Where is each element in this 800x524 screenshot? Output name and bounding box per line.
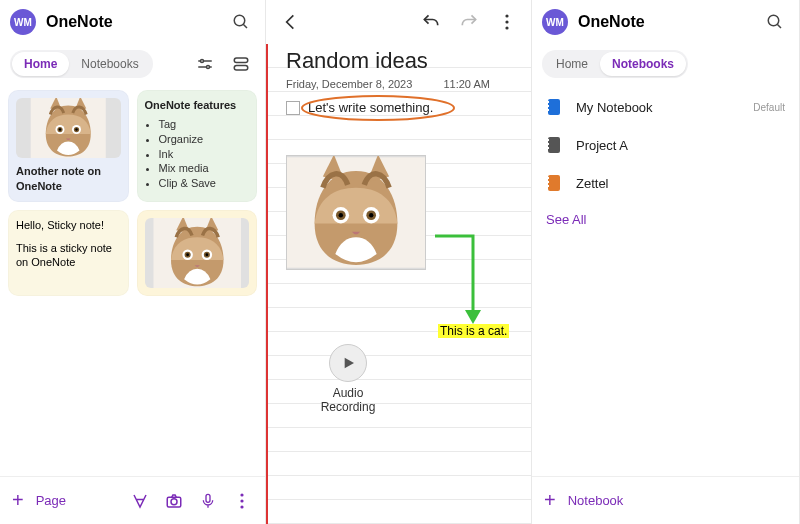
sticky-note-card[interactable]: Hello, Sticky note! This is a sticky not… — [8, 210, 129, 296]
note-image[interactable] — [286, 155, 426, 270]
tab-home[interactable]: Home — [544, 52, 600, 76]
mic-icon[interactable] — [197, 492, 219, 510]
svg-point-26 — [505, 20, 508, 23]
default-badge: Default — [753, 102, 785, 113]
plus-icon[interactable]: + — [12, 489, 24, 512]
notebook-name: Zettel — [576, 176, 609, 191]
redo-icon[interactable] — [455, 8, 483, 36]
notebook-name: Project A — [576, 138, 628, 153]
tab-notebooks[interactable]: Notebooks — [69, 52, 150, 76]
svg-point-22 — [240, 493, 243, 496]
notebook-icon — [546, 98, 564, 116]
svg-line-12 — [243, 24, 247, 28]
svg-point-29 — [768, 15, 779, 26]
notebook-item[interactable]: My Notebook Default — [532, 88, 799, 126]
see-all-link[interactable]: See All — [532, 202, 799, 237]
note-thumbnail — [145, 218, 250, 288]
search-icon[interactable] — [761, 8, 789, 36]
list-item: Clip & Save — [159, 176, 250, 191]
header: WM OneNote — [532, 0, 799, 44]
note-title: OneNote features — [145, 98, 250, 113]
more-icon[interactable] — [231, 493, 253, 509]
list-item: Organize — [159, 132, 250, 147]
back-icon[interactable] — [276, 8, 304, 36]
svg-rect-21 — [206, 494, 210, 502]
svg-point-20 — [171, 498, 177, 504]
svg-point-27 — [505, 26, 508, 29]
notebook-name: My Notebook — [576, 100, 653, 115]
notes-grid: Another note on OneNote OneNote features… — [0, 84, 265, 476]
note-toolbar — [266, 0, 531, 44]
list-item: Mix media — [159, 161, 250, 176]
tab-segment: Home Notebooks — [542, 50, 688, 78]
notebook-list: My Notebook Default Project A Zettel See… — [532, 84, 799, 476]
svg-point-28 — [302, 96, 454, 120]
sticky-line: Hello, Sticky note! — [16, 218, 121, 233]
bottom-bar: + Notebook — [532, 476, 799, 524]
app-title: OneNote — [578, 13, 645, 31]
avatar[interactable]: WM — [542, 9, 568, 35]
svg-rect-17 — [234, 58, 248, 63]
ink-arrow — [433, 234, 503, 334]
note-card[interactable]: OneNote features Tag Organize Ink Mix me… — [137, 90, 258, 202]
header: WM OneNote — [0, 0, 265, 44]
notebook-icon — [546, 136, 564, 154]
svg-point-25 — [505, 14, 508, 17]
svg-point-23 — [240, 499, 243, 502]
note-card[interactable]: Another note on OneNote — [8, 90, 129, 202]
panel-note: Random ideas Friday, December 8, 2023 11… — [266, 0, 532, 524]
note-card[interactable] — [137, 210, 258, 296]
todo-text: Let's write something. — [308, 100, 433, 115]
sticky-line: This is a sticky note on OneNote — [16, 241, 121, 271]
svg-point-11 — [234, 15, 245, 26]
list-item: Ink — [159, 147, 250, 162]
notebook-item[interactable]: Project A — [532, 126, 799, 164]
note-date: Friday, December 8, 2023 — [286, 78, 412, 90]
new-notebook-button[interactable]: Notebook — [568, 493, 624, 508]
plus-icon[interactable]: + — [544, 489, 556, 512]
tabs-row: Home Notebooks — [0, 44, 265, 84]
view-toggle-icon[interactable] — [227, 50, 255, 78]
note-title[interactable]: Random ideas — [286, 48, 521, 74]
panel-home: WM OneNote Home Notebooks Another note o… — [0, 0, 266, 524]
svg-rect-18 — [234, 66, 248, 71]
svg-point-16 — [207, 66, 210, 69]
app-title: OneNote — [46, 13, 113, 31]
filter-icon[interactable] — [191, 50, 219, 78]
note-title: Another note on OneNote — [16, 164, 121, 194]
tab-segment: Home Notebooks — [10, 50, 153, 78]
notebook-item[interactable]: Zettel — [532, 164, 799, 202]
undo-icon[interactable] — [417, 8, 445, 36]
pen-icon[interactable] — [129, 492, 151, 510]
note-thumbnail — [16, 98, 121, 158]
tabs-row: Home Notebooks — [532, 44, 799, 84]
play-icon[interactable] — [329, 344, 367, 382]
list-item: Tag — [159, 117, 250, 132]
audio-label: Audio Recording — [313, 386, 383, 414]
notebook-icon — [546, 174, 564, 192]
svg-point-14 — [201, 60, 204, 63]
tab-home[interactable]: Home — [12, 52, 69, 76]
tab-notebooks[interactable]: Notebooks — [600, 52, 686, 76]
search-icon[interactable] — [227, 8, 255, 36]
panel-notebooks: WM OneNote Home Notebooks My Notebook De… — [532, 0, 800, 524]
note-canvas[interactable]: Random ideas Friday, December 8, 2023 11… — [266, 44, 531, 524]
svg-point-24 — [240, 505, 243, 508]
audio-attachment[interactable]: Audio Recording — [313, 344, 383, 414]
note-time: 11:20 AM — [443, 78, 489, 90]
feature-list: Tag Organize Ink Mix media Clip & Save — [159, 117, 250, 191]
svg-line-30 — [777, 24, 781, 28]
image-caption[interactable]: This is a cat. — [438, 324, 509, 338]
avatar[interactable]: WM — [10, 9, 36, 35]
note-meta: Friday, December 8, 2023 11:20 AM — [286, 78, 521, 90]
bottom-bar: + Page — [0, 476, 265, 524]
new-page-button[interactable]: Page — [36, 493, 66, 508]
todo-item[interactable]: Let's write something. — [286, 100, 521, 115]
camera-icon[interactable] — [163, 492, 185, 510]
more-icon[interactable] — [493, 8, 521, 36]
